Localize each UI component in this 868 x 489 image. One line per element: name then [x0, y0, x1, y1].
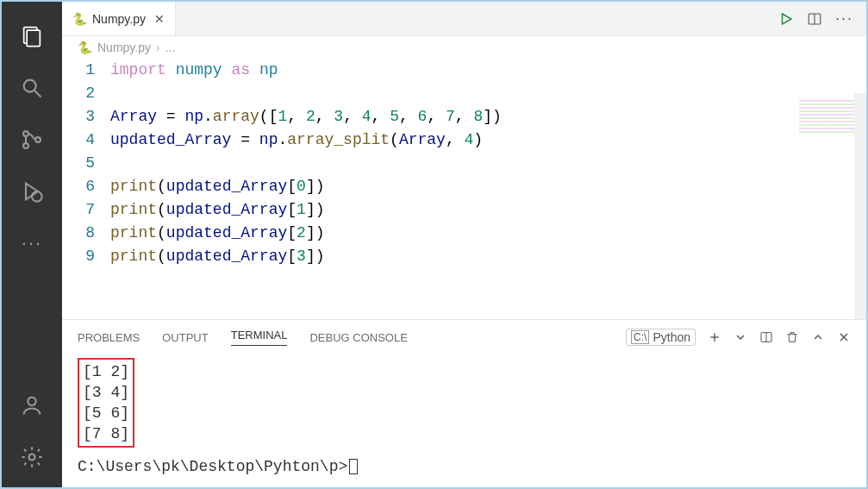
breadcrumb[interactable]: 🐍 Numpy.py › ...	[62, 36, 866, 59]
run-debug-icon[interactable]	[10, 170, 53, 213]
tab-output[interactable]: OUTPUT	[162, 331, 208, 344]
activity-bar: ···	[2, 2, 62, 487]
line-numbers: 1 2 3 4 5 6 7 8 9	[62, 59, 110, 319]
svg-point-4	[23, 131, 28, 136]
code-line: import numpy as np	[110, 59, 866, 82]
prompt-text: C:\Users\pk\Desktop\Pyhton\p>	[78, 458, 347, 475]
tab-debug-console[interactable]: DEBUG CONSOLE	[309, 331, 407, 344]
minimap[interactable]	[799, 100, 859, 135]
new-terminal-icon[interactable]	[708, 330, 721, 344]
svg-point-2	[24, 80, 36, 92]
code-line: Array = np.array([1, 2, 3, 4, 5, 6, 7, 8…	[110, 105, 866, 129]
more-icon[interactable]: ···	[10, 222, 53, 265]
terminal-prompt[interactable]: C:\Users\pk\Desktop\Pyhton\p>	[78, 458, 851, 475]
code-content[interactable]: import numpy as np Array = np.array([1, …	[110, 59, 866, 319]
explorer-icon[interactable]	[10, 15, 53, 58]
terminal-line: [7 8]	[83, 423, 129, 444]
python-file-icon: 🐍	[72, 12, 87, 26]
svg-rect-1	[27, 30, 40, 47]
tab-terminal[interactable]: TERMINAL	[231, 329, 288, 346]
svg-marker-11	[782, 14, 791, 24]
svg-point-5	[23, 143, 28, 148]
panel: PROBLEMS OUTPUT TERMINAL DEBUG CONSOLE C…	[62, 319, 866, 487]
chevron-up-icon[interactable]	[811, 330, 825, 344]
terminal-cursor	[349, 459, 358, 474]
python-file-icon: 🐍	[78, 41, 92, 54]
terminal-line: [3 4]	[83, 382, 129, 403]
code-line: updated_Array = np.array_split(Array, 4)	[110, 129, 866, 152]
main-area: 🐍 Numpy.py ✕ ··· 🐍 Numpy.py › ... 1 2 3 …	[62, 2, 866, 487]
vscode-window: ··· 🐍 Numpy.py ✕ ··· 🐍 Numpy.py ›	[2, 2, 866, 487]
code-line: print(updated_Array[0])	[110, 175, 866, 198]
code-line: print(updated_Array[1])	[110, 198, 866, 222]
tab-filename: Numpy.py	[92, 12, 146, 26]
editor-tabs: 🐍 Numpy.py ✕ ···	[62, 2, 866, 36]
breadcrumb-filename: Numpy.py	[97, 41, 151, 54]
chevron-down-icon[interactable]	[734, 330, 747, 344]
more-actions-icon[interactable]: ···	[835, 9, 853, 28]
split-terminal-icon[interactable]	[759, 330, 773, 344]
chevron-right-icon: ›	[156, 41, 160, 54]
settings-gear-icon[interactable]	[10, 436, 53, 479]
terminal-profile[interactable]: C:\Python	[626, 329, 696, 346]
code-line: print(updated_Array[2])	[110, 222, 866, 245]
code-line: print(updated_Array[3])	[110, 245, 866, 268]
editor[interactable]: 1 2 3 4 5 6 7 8 9 import numpy as np Arr…	[62, 59, 866, 319]
close-tab-icon[interactable]: ✕	[154, 12, 165, 26]
svg-point-10	[29, 455, 35, 461]
run-button[interactable]	[778, 11, 794, 27]
panel-tabs: PROBLEMS OUTPUT TERMINAL DEBUG CONSOLE C…	[62, 320, 866, 354]
tab-problems[interactable]: PROBLEMS	[78, 331, 140, 344]
source-control-icon[interactable]	[10, 118, 53, 161]
search-icon[interactable]	[10, 66, 53, 110]
tab-numpy[interactable]: 🐍 Numpy.py ✕	[62, 2, 176, 35]
breadcrumb-more: ...	[165, 41, 176, 54]
svg-point-9	[28, 398, 35, 405]
trash-icon[interactable]	[785, 330, 799, 344]
scrollbar-vertical[interactable]	[854, 93, 866, 319]
terminal-body[interactable]: [1 2] [3 4] [5 6] [7 8] C:\Users\pk\Desk…	[62, 354, 866, 487]
terminal-line: [1 2]	[83, 361, 129, 382]
terminal-line: [5 6]	[83, 403, 129, 423]
tab-actions: ···	[778, 9, 866, 28]
close-panel-icon[interactable]	[837, 330, 851, 344]
svg-line-3	[35, 91, 41, 97]
split-editor-icon[interactable]	[807, 11, 822, 27]
accounts-icon[interactable]	[10, 384, 53, 427]
code-line	[110, 152, 866, 175]
svg-point-6	[35, 137, 41, 142]
code-line	[110, 82, 866, 105]
terminal-output-highlight: [1 2] [3 4] [5 6] [7 8]	[78, 358, 134, 448]
